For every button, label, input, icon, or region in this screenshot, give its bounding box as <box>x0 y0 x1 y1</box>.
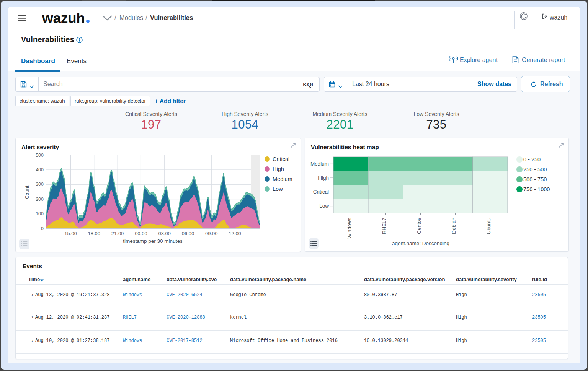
svg-text:18:00: 18:00 <box>88 231 101 236</box>
svg-text:Debian: Debian <box>451 218 457 234</box>
svg-text:Ubuntu: Ubuntu <box>486 218 492 234</box>
svg-text:03:00: 03:00 <box>158 231 171 236</box>
svg-text:00:00: 00:00 <box>135 231 147 236</box>
svg-text:09:00: 09:00 <box>205 231 218 236</box>
svg-text:500: 500 <box>36 153 44 158</box>
svg-text:Low: Low <box>319 203 329 209</box>
svg-text:Medium: Medium <box>310 161 329 167</box>
svg-text:Low: Low <box>273 186 283 192</box>
svg-text:0 - 250: 0 - 250 <box>523 156 541 163</box>
svg-text:12:00: 12:00 <box>229 231 241 236</box>
svg-text:100: 100 <box>36 211 44 216</box>
svg-text:Centos: Centos <box>416 218 422 234</box>
svg-text:300: 300 <box>36 182 44 187</box>
svg-text:High: High <box>273 166 284 172</box>
svg-text:timestamp per 30 minutes: timestamp per 30 minutes <box>123 238 183 244</box>
svg-text:750 - 1000: 750 - 1000 <box>523 186 550 192</box>
svg-text:15:00: 15:00 <box>64 231 77 236</box>
svg-text:21:00: 21:00 <box>111 231 124 236</box>
svg-text:Critical: Critical <box>273 156 289 162</box>
svg-text:Medium: Medium <box>273 176 292 182</box>
svg-text:500 - 750: 500 - 750 <box>523 176 547 182</box>
svg-text:Windows: Windows <box>346 218 352 239</box>
svg-text:agent.name: Descending: agent.name: Descending <box>392 241 449 246</box>
svg-text:250 - 500: 250 - 500 <box>523 166 547 172</box>
svg-text:High: High <box>318 175 329 181</box>
svg-text:400: 400 <box>36 167 44 172</box>
svg-text:0: 0 <box>41 226 44 231</box>
svg-text:Count: Count <box>24 186 30 199</box>
svg-text:200: 200 <box>36 197 44 202</box>
svg-text:RHEL7: RHEL7 <box>381 218 387 234</box>
svg-text:Critical: Critical <box>313 189 329 195</box>
svg-text:06:00: 06:00 <box>182 231 194 236</box>
